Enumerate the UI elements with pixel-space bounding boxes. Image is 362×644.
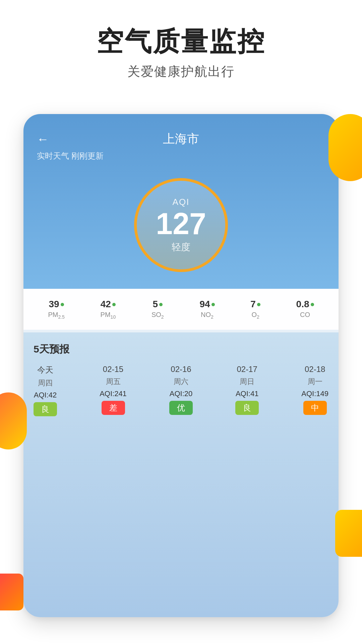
page-title: 空气质量监控	[0, 27, 362, 56]
app-nav: ← 上海市	[37, 131, 325, 147]
deco-rect-bottom-right	[335, 510, 362, 557]
forecast-weekday-0215: 周五	[106, 377, 121, 387]
page-header: 空气质量监控 关爱健康护航出行	[0, 0, 362, 94]
pollutant-co: 0.8 CO	[296, 299, 314, 319]
pollutant-o2: 7 O2	[250, 299, 260, 320]
spacer	[23, 330, 339, 332]
aqi-circle: AQI 127 轻度	[134, 178, 228, 272]
pollutant-pm10: 42 PM10	[101, 299, 116, 320]
co-label: CO	[300, 311, 310, 319]
pollutants-row: 39 PM2.5 42 PM10 5 SO2	[23, 289, 339, 330]
pm25-label: PM2.5	[48, 311, 64, 320]
forecast-title: 5天预报	[34, 342, 328, 356]
pm25-value: 39	[49, 299, 59, 310]
back-button[interactable]: ←	[37, 132, 49, 146]
aqi-label: AQI	[173, 197, 190, 207]
no2-value: 94	[199, 299, 210, 310]
so2-dot	[159, 303, 163, 306]
pm10-label: PM10	[101, 311, 116, 320]
forecast-date-0216: 02-16	[171, 365, 191, 374]
aqi-circle-container: AQI 127 轻度	[37, 171, 325, 289]
forecast-badge-0215: 差	[102, 401, 125, 415]
co-value: 0.8	[296, 299, 309, 310]
forecast-day-today: 今天 周四 AQI:42 良	[34, 365, 57, 416]
forecast-date-0217: 02-17	[237, 365, 257, 374]
deco-circle-top-right	[328, 114, 362, 181]
forecast-row: 今天 周四 AQI:42 良 02-15 周五 AQI:241 差 02-16 …	[34, 365, 328, 416]
pm10-dot	[112, 303, 116, 306]
o2-label: O2	[251, 311, 259, 320]
aqi-value: 127	[156, 209, 206, 239]
app-header: ← 上海市 实时天气 刚刚更新 AQI 127 轻度	[23, 114, 339, 289]
forecast-badge-0217: 良	[235, 401, 259, 415]
deco-rect-bottom-left2	[0, 574, 23, 610]
forecast-day-0218: 02-18 周一 AQI:149 中	[301, 365, 328, 416]
forecast-aqi-0218: AQI:149	[301, 389, 328, 398]
phone-mockup: ← 上海市 实时天气 刚刚更新 AQI 127 轻度 39 PM2.5	[23, 114, 339, 617]
pm10-value: 42	[101, 299, 111, 310]
forecast-weekday-today: 周四	[38, 378, 53, 388]
so2-label: SO2	[152, 311, 164, 320]
forecast-date-today: 今天	[37, 365, 53, 375]
city-name: 上海市	[163, 131, 199, 147]
forecast-badge-0218: 中	[303, 401, 327, 415]
forecast-aqi-0215: AQI:241	[100, 389, 127, 398]
no2-dot	[212, 303, 215, 306]
aqi-quality: 轻度	[172, 241, 190, 254]
co-dot	[311, 303, 314, 306]
pm25-dot	[61, 303, 64, 306]
forecast-weekday-0217: 周日	[240, 377, 254, 387]
no2-label: NO2	[201, 311, 214, 320]
forecast-day-0217: 02-17 周日 AQI:41 良	[235, 365, 259, 416]
deco-circle-bottom-left	[0, 392, 27, 449]
forecast-date-0218: 02-18	[305, 365, 325, 374]
forecast-section: 5天预报 今天 周四 AQI:42 良 02-15 周五 AQI:241 差 0…	[23, 332, 339, 617]
pollutant-pm25: 39 PM2.5	[48, 299, 64, 320]
so2-value: 5	[153, 299, 158, 310]
forecast-day-0216: 02-16 周六 AQI:20 优	[169, 365, 193, 416]
weather-status: 实时天气 刚刚更新	[37, 151, 325, 161]
forecast-weekday-0218: 周一	[308, 377, 322, 387]
page-subtitle: 关爱健康护航出行	[0, 63, 362, 80]
forecast-badge-0216: 优	[169, 401, 193, 415]
forecast-weekday-0216: 周六	[174, 377, 188, 387]
o2-dot	[257, 303, 260, 306]
pollutant-so2: 5 SO2	[152, 299, 164, 320]
forecast-aqi-today: AQI:42	[34, 391, 57, 399]
forecast-badge-today: 良	[34, 402, 57, 416]
forecast-aqi-0217: AQI:41	[236, 389, 258, 398]
o2-value: 7	[250, 299, 256, 310]
forecast-aqi-0216: AQI:20	[170, 389, 192, 398]
forecast-date-0215: 02-15	[103, 365, 123, 374]
pollutant-no2: 94 NO2	[199, 299, 215, 320]
forecast-day-0215: 02-15 周五 AQI:241 差	[100, 365, 127, 416]
